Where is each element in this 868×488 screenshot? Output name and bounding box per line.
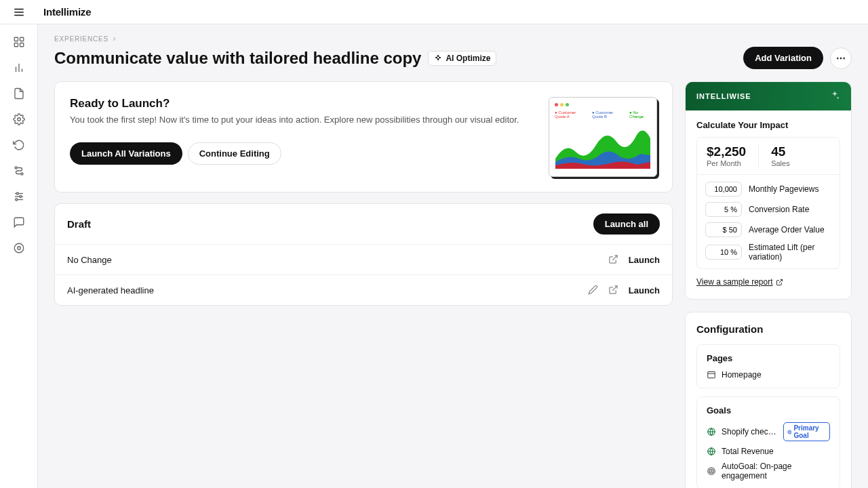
launch-all-button[interactable]: Launch all: [593, 214, 660, 235]
svg-point-20: [17, 247, 20, 250]
launch-link[interactable]: Launch: [629, 285, 660, 296]
history-icon[interactable]: [12, 138, 26, 152]
metric-value: $2,250: [707, 144, 746, 159]
input-label: Monthly Pageviews: [749, 184, 818, 194]
goal-item[interactable]: Shopify checkout … Primary Goal: [707, 422, 830, 441]
pageviews-input[interactable]: [705, 182, 742, 197]
external-link-icon[interactable]: [608, 285, 619, 296]
goals-section: Goals Shopify checkout … Primary Goal To: [696, 396, 840, 488]
intelliwise-card: INTELLIWISE Calculate Your Impact $2,250…: [685, 81, 852, 300]
primary-goal-badge: Primary Goal: [783, 422, 830, 441]
menu-icon[interactable]: [11, 4, 27, 20]
dashboard-icon[interactable]: [12, 35, 26, 49]
app-root: EXPERIENCES Communicate value with tailo…: [0, 0, 868, 488]
svg-point-18: [15, 199, 17, 201]
sparkle-icon: [829, 90, 840, 102]
svg-rect-24: [708, 371, 715, 378]
draft-row-name: AI-generated headline: [67, 285, 154, 296]
metric-label: Per Month: [707, 159, 746, 167]
lift-input[interactable]: [705, 245, 742, 260]
draft-row-name: No Change: [67, 255, 112, 265]
gear-icon[interactable]: [12, 113, 26, 126]
aov-input[interactable]: [705, 222, 742, 237]
goal-item[interactable]: Total Revenue: [707, 447, 830, 456]
page-title: Communicate value with tailored headline…: [54, 49, 421, 68]
launch-all-variations-button[interactable]: Launch All Variations: [70, 142, 182, 165]
topbar: Intellimize: [0, 0, 868, 24]
page-icon: [707, 370, 716, 380]
goal-item[interactable]: AutoGoal: On-page engagement: [707, 462, 830, 481]
target-icon: [707, 466, 716, 476]
page-item[interactable]: Homepage: [707, 370, 830, 380]
document-icon[interactable]: [12, 87, 26, 100]
svg-line-22: [612, 286, 617, 291]
more-options-icon[interactable]: ⋯: [830, 47, 852, 69]
svg-rect-3: [14, 37, 18, 41]
svg-point-14: [16, 192, 18, 195]
globe-icon: [707, 427, 716, 436]
intelliwise-header: INTELLIWISE: [686, 82, 851, 110]
ai-optimize-badge[interactable]: AI Optimize: [428, 51, 496, 66]
launch-link[interactable]: Launch: [629, 255, 660, 265]
section-title: Goals: [707, 405, 830, 415]
edit-icon[interactable]: [588, 285, 599, 296]
input-label: Conversion Rate: [749, 205, 809, 214]
input-label: Average Order Value: [749, 225, 825, 235]
svg-line-23: [778, 279, 782, 283]
svg-point-16: [19, 196, 21, 198]
draft-row: No Change Launch: [55, 244, 672, 274]
launch-card: Ready to Launch? You took the first step…: [54, 81, 673, 192]
configuration-card: Configuration Pages Homepage Goals Shopi…: [685, 312, 852, 488]
draft-card: Draft Launch all No Change Launch AI-gen…: [54, 203, 673, 306]
section-title: Pages: [707, 353, 830, 363]
conversion-rate-input[interactable]: [705, 202, 742, 217]
main-content: EXPERIENCES Communicate value with tailo…: [38, 0, 868, 488]
sample-report-link[interactable]: View a sample report: [696, 277, 783, 287]
svg-point-10: [17, 118, 20, 121]
breadcrumb[interactable]: EXPERIENCES: [54, 35, 852, 43]
metric-label: Sales: [771, 159, 790, 167]
sliders-icon[interactable]: [12, 190, 26, 203]
analytics-icon[interactable]: [12, 61, 26, 75]
add-variation-button[interactable]: Add Variation: [743, 47, 823, 69]
input-label: Estimated Lift (per variation): [749, 243, 831, 262]
svg-line-21: [612, 256, 617, 260]
intelliwise-metrics: $2,250 Per Month 45 Sales: [696, 137, 840, 175]
sidebar: [0, 0, 38, 488]
svg-rect-4: [20, 37, 23, 41]
svg-rect-5: [14, 43, 18, 47]
settings-icon[interactable]: [12, 241, 26, 255]
page-header: Communicate value with tailored headline…: [54, 47, 852, 69]
globe-icon: [707, 447, 716, 456]
launch-subtitle: You took the first step! Now it's time t…: [70, 115, 532, 125]
draft-row: AI-generated headline Launch: [55, 274, 672, 305]
journey-icon[interactable]: [12, 164, 26, 178]
svg-point-12: [21, 173, 23, 175]
svg-point-28: [787, 430, 791, 433]
metric-value: 45: [771, 144, 790, 159]
svg-point-19: [14, 243, 24, 253]
svg-point-11: [15, 167, 17, 169]
launch-title: Ready to Launch?: [70, 97, 532, 110]
svg-point-29: [789, 431, 790, 432]
svg-rect-6: [20, 43, 23, 47]
draft-title: Draft: [67, 218, 91, 230]
config-title: Configuration: [696, 323, 840, 335]
chart-preview: Customer Quote A Customer Quote B No Cha…: [549, 97, 657, 177]
continue-editing-button[interactable]: Continue Editing: [188, 142, 281, 165]
external-link-icon[interactable]: [608, 254, 619, 265]
comment-icon[interactable]: [12, 216, 26, 229]
pages-section: Pages Homepage: [696, 344, 840, 388]
brand-logo: Intellimize: [43, 6, 91, 18]
intelliwise-title: Calculate Your Impact: [696, 120, 840, 130]
svg-point-34: [711, 470, 711, 471]
